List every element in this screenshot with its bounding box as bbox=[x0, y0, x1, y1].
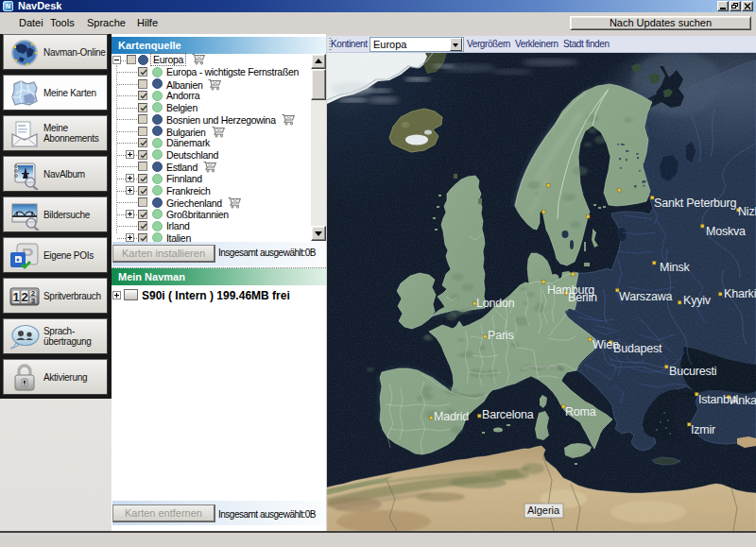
svg-text:London: London bbox=[476, 297, 515, 310]
svg-text:Paris: Paris bbox=[488, 329, 513, 342]
svg-text:3: 3 bbox=[31, 297, 36, 305]
svg-text:Algeria: Algeria bbox=[527, 504, 560, 516]
svg-text:Nizhn: Nizhn bbox=[738, 205, 756, 218]
svg-text:Kharkiv: Kharkiv bbox=[724, 287, 756, 300]
svg-text:Warszawa: Warszawa bbox=[619, 290, 673, 303]
svg-text:Kyyiv: Kyyiv bbox=[683, 294, 712, 307]
svg-text:Izmir: Izmir bbox=[691, 423, 715, 436]
svg-text:Moskva: Moskva bbox=[706, 225, 746, 238]
svg-text:Minsk: Minsk bbox=[660, 261, 691, 274]
svg-text:Anka: Anka bbox=[730, 394, 756, 407]
svg-text:Berlin: Berlin bbox=[568, 291, 597, 304]
svg-text:1: 1 bbox=[12, 290, 19, 304]
svg-text:Bucuresti: Bucuresti bbox=[669, 365, 716, 378]
svg-text:Sankt Peterburg: Sankt Peterburg bbox=[654, 197, 737, 210]
svg-text:Roma: Roma bbox=[565, 405, 596, 419]
svg-text:Madrid: Madrid bbox=[434, 410, 469, 423]
svg-text:Budapest: Budapest bbox=[613, 342, 662, 355]
svg-text:2: 2 bbox=[21, 290, 27, 304]
svg-text:Barcelona: Barcelona bbox=[482, 408, 534, 421]
